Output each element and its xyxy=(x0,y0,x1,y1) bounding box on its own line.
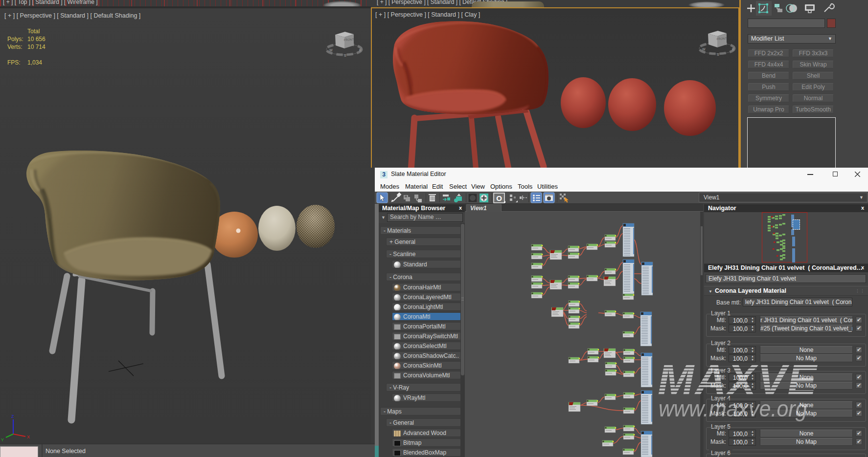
svg-text:Y: Y xyxy=(1,437,4,442)
svg-text:X: X xyxy=(27,435,30,439)
svg-text:O: O xyxy=(496,194,502,202)
svg-text:Z: Z xyxy=(11,414,14,419)
